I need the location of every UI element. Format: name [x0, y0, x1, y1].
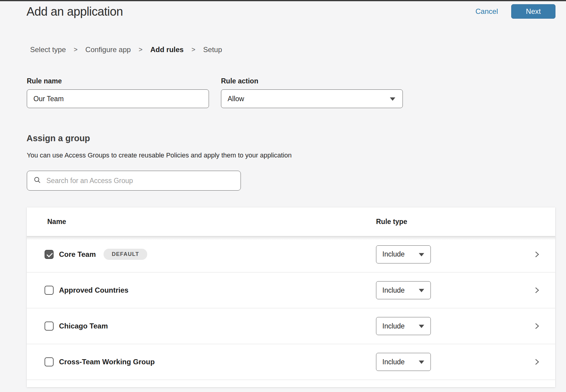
breadcrumb-step-configure-app[interactable]: Configure app — [86, 45, 131, 54]
rule-type-select[interactable]: Include — [376, 281, 431, 299]
search-icon — [33, 176, 41, 185]
group-name: Cross-Team Working Group — [59, 358, 155, 366]
table-row: Chicago Team Include — [27, 308, 555, 344]
breadcrumb-step-add-rules[interactable]: Add rules — [150, 45, 184, 54]
row-checkbox[interactable] — [45, 286, 54, 295]
rule-type-select[interactable]: Include — [376, 245, 431, 263]
breadcrumb-separator: > — [138, 46, 142, 54]
caret-down-icon — [419, 325, 424, 328]
caret-down-icon — [419, 253, 424, 256]
assign-group-description: You can use Access Groups to create reus… — [27, 151, 566, 159]
table-row: Approved Countries Include — [27, 272, 555, 308]
caret-down-icon — [419, 361, 424, 364]
rule-type-value: Include — [382, 250, 405, 258]
rule-type-select[interactable]: Include — [376, 317, 431, 335]
group-name: Core Team — [59, 250, 96, 259]
rule-type-value: Include — [382, 286, 405, 294]
search-input[interactable] — [27, 171, 241, 191]
rule-action-value: Allow — [228, 95, 244, 103]
table-header: Name Rule type — [27, 207, 555, 236]
rule-form-row: Rule name Rule action Allow — [27, 77, 566, 108]
rule-type-value: Include — [382, 322, 405, 330]
column-header-name: Name — [27, 218, 376, 226]
chevron-right-icon[interactable] — [533, 322, 541, 330]
breadcrumb-separator: > — [191, 46, 195, 54]
table-body: Core Team DEFAULT Include Approved Count… — [27, 236, 555, 387]
breadcrumb-separator: > — [74, 46, 78, 54]
row-checkbox[interactable] — [45, 322, 54, 331]
row-checkbox[interactable] — [45, 357, 54, 366]
table-row: Cross-Team Working Group Include — [27, 344, 555, 380]
group-name: Approved Countries — [59, 286, 129, 294]
rule-action-select[interactable]: Allow — [221, 89, 403, 108]
next-button[interactable]: Next — [511, 4, 555, 19]
table-row: Core Team DEFAULT Include — [27, 236, 555, 272]
default-badge: DEFAULT — [104, 249, 147, 260]
rule-action-label: Rule action — [221, 77, 403, 85]
chevron-right-icon[interactable] — [533, 250, 541, 258]
chevron-right-icon[interactable] — [533, 358, 541, 366]
rule-type-value: Include — [382, 358, 405, 366]
caret-down-icon — [419, 289, 424, 292]
chevron-right-icon[interactable] — [533, 286, 541, 294]
row-checkbox[interactable] — [45, 250, 54, 259]
breadcrumb: Select type > Configure app > Add rules … — [30, 45, 566, 54]
column-header-rule-type: Rule type — [376, 218, 407, 226]
rule-name-input[interactable] — [27, 89, 209, 108]
page-title: Add an application — [26, 5, 475, 18]
page-header: Add an application Cancel Next — [26, 4, 555, 19]
breadcrumb-step-select-type[interactable]: Select type — [30, 45, 66, 54]
breadcrumb-step-setup[interactable]: Setup — [203, 45, 222, 54]
group-name: Chicago Team — [59, 322, 108, 330]
assign-group-heading: Assign a group — [26, 133, 566, 143]
partial-next-row — [27, 380, 555, 387]
rule-name-label: Rule name — [27, 77, 209, 85]
rule-type-select[interactable]: Include — [376, 353, 431, 371]
access-group-search — [27, 171, 241, 191]
caret-down-icon — [390, 98, 395, 101]
top-accent-bar — [0, 0, 566, 1]
cancel-button[interactable]: Cancel — [475, 7, 498, 16]
access-groups-table: Name Rule type Core Team DEFAULT Include… — [27, 207, 555, 387]
